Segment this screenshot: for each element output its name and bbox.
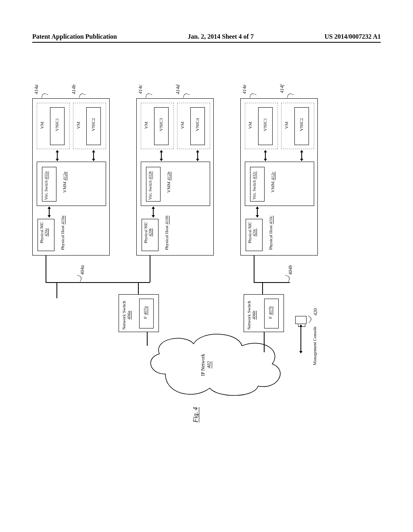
physical-nic: Physical NIC420b xyxy=(142,219,159,251)
vmm-label: VMM 412b xyxy=(166,172,171,193)
vnic-box: VNIC1 xyxy=(258,107,273,145)
arrow-icon xyxy=(300,326,301,351)
arrow-icon xyxy=(93,152,94,159)
vm-label: VM xyxy=(76,122,81,129)
figure-4-diagram: 414a 414b VM VNIC1 VM VNIC2 Virt. Switch… xyxy=(32,77,387,427)
connector-line xyxy=(138,282,139,294)
vnic-box: VNIC3 xyxy=(154,107,169,145)
management-console-icon xyxy=(295,316,307,324)
physical-nic: Physical NIC420a xyxy=(38,219,54,251)
vm-box: VM VNIC4 xyxy=(177,103,210,149)
vm-label: VM xyxy=(144,122,148,129)
ref-414c: 414c xyxy=(138,85,144,94)
vmm-box: Virt. Switch 432b VMM 412b xyxy=(141,162,210,206)
nic-label: Physical NIC420b xyxy=(144,222,152,243)
physical-host-a: VM VNIC1 VM VNIC2 Virt. Switch 432a VMM … xyxy=(32,98,110,256)
figure-caption: Fig. 4 xyxy=(192,407,199,422)
virtual-switch: Virt. Switch 432b xyxy=(146,167,161,202)
arrow-icon xyxy=(301,152,302,159)
hook-icon xyxy=(75,275,82,282)
vnic-label: VNIC2 xyxy=(299,118,304,131)
page-header: Patent Application Publication Jan. 2, 2… xyxy=(32,33,381,43)
vm-box: VM VNIC2 xyxy=(73,103,106,149)
ref-404b: 404b xyxy=(288,265,294,275)
vmm-box: Virt. Switch 432c VMM 412c xyxy=(245,162,314,206)
arrow-icon xyxy=(49,208,50,216)
host-label: Physical Host 410c xyxy=(268,216,273,250)
header-center: Jan. 2, 2014 Sheet 4 of 7 xyxy=(188,33,254,40)
header-right: US 2014/0007232 A1 xyxy=(324,33,381,40)
arrow-icon xyxy=(153,208,154,216)
connector-line xyxy=(254,256,254,282)
physical-host-b: VM VNIC3 VM VNIC4 Virt. Switch 432b VMM … xyxy=(136,98,214,256)
vswitch-label: Virt. Switch 432c xyxy=(252,171,257,200)
connector-line xyxy=(150,256,150,282)
connector-line xyxy=(56,282,57,298)
vm-label: VM xyxy=(40,122,44,129)
console-label: Management Console xyxy=(312,326,317,365)
ref-404a: 404a xyxy=(79,265,86,275)
arrow-icon xyxy=(57,152,58,159)
vnic-label: VNIC1 xyxy=(54,118,59,131)
ref-414f: 414f xyxy=(279,85,285,93)
switch-f-box: F 407a xyxy=(139,299,154,328)
switch-f-box: F 407b xyxy=(264,299,279,328)
host-label: Physical Host 410b xyxy=(164,216,169,250)
virtual-switch: Virt. Switch 432c xyxy=(250,167,265,202)
vnic-label: VNIC2 xyxy=(91,118,96,131)
vmm-label: VMM 412a xyxy=(62,172,67,193)
vswitch-label: Virt. Switch 432b xyxy=(148,171,152,200)
physical-host-c: VM VNIC1 VM VNIC2 Virt. Switch 432c VMM … xyxy=(240,98,318,256)
nic-label: Physical NIC420a xyxy=(40,222,48,243)
vm-box: VM VNIC3 xyxy=(141,103,174,149)
vmm-label: VMM 412c xyxy=(270,172,275,193)
connector-line xyxy=(147,332,148,346)
vnic-label: VNIC3 xyxy=(159,118,163,131)
connector-line xyxy=(254,282,290,283)
arrow-icon xyxy=(197,152,198,159)
physical-nic: Physical NIC420c xyxy=(246,219,263,251)
vmm-box: Virt. Switch 432a VMM 412a xyxy=(37,162,106,206)
switch-f-label: F 407a xyxy=(143,306,148,319)
arrow-icon xyxy=(161,152,162,159)
vm-label: VM xyxy=(180,122,185,129)
vnic-label: VNIC1 xyxy=(263,118,267,131)
vm-box: VM VNIC1 xyxy=(37,103,70,149)
vm-box: VM VNIC1 xyxy=(245,103,278,149)
ref-414b: 414b xyxy=(71,85,77,94)
connector-line xyxy=(46,256,46,282)
vm-label: VM xyxy=(248,122,252,129)
vm-box: VM VNIC2 xyxy=(281,103,314,149)
vnic-box: VNIC2 xyxy=(294,107,309,145)
hook-icon xyxy=(283,275,290,282)
vnic-box: VNIC1 xyxy=(50,107,65,145)
vnic-label: VNIC4 xyxy=(195,118,200,131)
ref-414e: 414e xyxy=(242,85,248,94)
connector-line xyxy=(264,332,265,352)
nic-label: Physical NIC420c xyxy=(248,222,257,243)
header-left: Patent Application Publication xyxy=(32,33,117,40)
switch-f-label: F 407b xyxy=(268,306,273,319)
vnic-box: VNIC2 xyxy=(86,107,101,145)
host-label: Physical Host 410a xyxy=(60,216,65,250)
vm-label: VM xyxy=(284,122,289,129)
switch-label: Network Switch 406a xyxy=(121,299,131,332)
ref-414a: 414a xyxy=(33,85,40,94)
vnic-box: VNIC4 xyxy=(190,107,205,145)
arrow-icon xyxy=(265,152,266,159)
vswitch-label: Virt. Switch 432a xyxy=(44,171,48,200)
ref-420: 420 xyxy=(313,308,319,316)
arrow-icon xyxy=(257,208,258,216)
connector-line xyxy=(46,282,150,283)
connector-line xyxy=(262,282,263,294)
ip-network-cloud-icon xyxy=(141,326,290,402)
ref-414d: 414d xyxy=(175,85,181,94)
network-label: IP Network402 xyxy=(200,354,212,376)
virtual-switch: Virt. Switch 432a xyxy=(42,167,56,202)
